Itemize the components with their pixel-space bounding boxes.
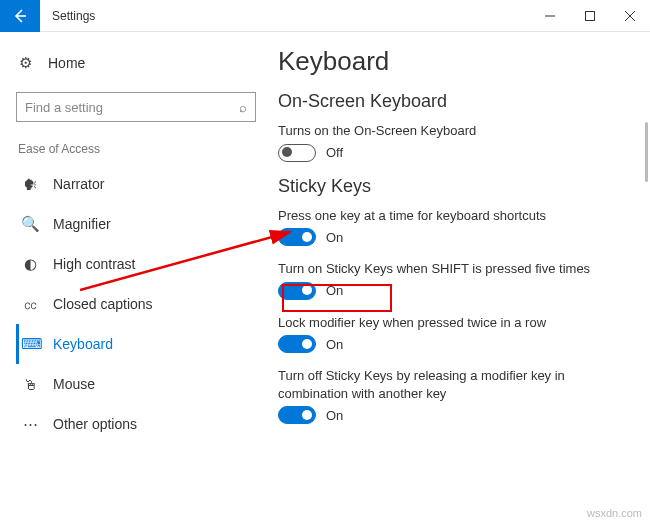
close-icon bbox=[625, 11, 635, 21]
osk-label: Turns on the On-Screen Keyboard bbox=[278, 122, 598, 140]
section-header: Ease of Access bbox=[18, 142, 270, 156]
page-title: Keyboard bbox=[278, 46, 632, 77]
back-button[interactable] bbox=[0, 0, 40, 32]
sidebar-item-label: Keyboard bbox=[53, 336, 113, 352]
sidebar-item-label: Narrator bbox=[53, 176, 104, 192]
main-panel: Keyboard On-Screen Keyboard Turns on the… bbox=[270, 32, 650, 523]
magnifier-icon: 🔍 bbox=[21, 215, 39, 233]
sticky-opt3-toggle[interactable] bbox=[278, 335, 316, 353]
sticky-opt3-label: Lock modifier key when pressed twice in … bbox=[278, 314, 598, 332]
watermark: wsxdn.com bbox=[587, 507, 642, 519]
keyboard-icon: ⌨ bbox=[21, 335, 39, 353]
arrow-left-icon bbox=[12, 8, 28, 24]
sidebar-item-label: Closed captions bbox=[53, 296, 153, 312]
sidebar-item-label: Other options bbox=[53, 416, 137, 432]
sidebar-item-keyboard[interactable]: ⌨ Keyboard bbox=[16, 324, 270, 364]
sticky-opt1-toggle[interactable] bbox=[278, 228, 316, 246]
sidebar-item-other-options[interactable]: ⋯ Other options bbox=[16, 404, 270, 444]
sticky-opt4-state: On bbox=[326, 408, 343, 423]
sidebar-item-mouse[interactable]: 🖱 Mouse bbox=[16, 364, 270, 404]
sidebar-item-closed-captions[interactable]: ㏄ Closed captions bbox=[16, 284, 270, 324]
sidebar-item-label: Magnifier bbox=[53, 216, 111, 232]
sticky-opt1-state: On bbox=[326, 230, 343, 245]
sticky-opt2-state: On bbox=[326, 283, 343, 298]
osk-toggle[interactable] bbox=[278, 144, 316, 162]
home-link[interactable]: ⚙ Home bbox=[16, 50, 270, 76]
sidebar-item-label: High contrast bbox=[53, 256, 135, 272]
maximize-button[interactable] bbox=[570, 0, 610, 31]
search-placeholder: Find a setting bbox=[25, 100, 103, 115]
sticky-opt4-toggle[interactable] bbox=[278, 406, 316, 424]
sticky-opt3-state: On bbox=[326, 337, 343, 352]
sidebar-item-high-contrast[interactable]: ◐ High contrast bbox=[16, 244, 270, 284]
close-button[interactable] bbox=[610, 0, 650, 31]
sticky-opt4-label: Turn off Sticky Keys by releasing a modi… bbox=[278, 367, 598, 402]
titlebar: Settings bbox=[0, 0, 650, 32]
narrator-icon: 🗣 bbox=[21, 176, 39, 193]
maximize-icon bbox=[585, 11, 595, 21]
search-input[interactable]: Find a setting ⌕ bbox=[16, 92, 256, 122]
osk-heading: On-Screen Keyboard bbox=[278, 91, 632, 112]
sticky-opt2-toggle[interactable] bbox=[278, 282, 316, 300]
window-title: Settings bbox=[40, 9, 95, 23]
home-label: Home bbox=[48, 55, 85, 71]
mouse-icon: 🖱 bbox=[21, 376, 39, 393]
minimize-icon bbox=[545, 11, 555, 21]
sidebar-item-magnifier[interactable]: 🔍 Magnifier bbox=[16, 204, 270, 244]
scrollbar[interactable] bbox=[645, 122, 648, 182]
sticky-heading: Sticky Keys bbox=[278, 176, 632, 197]
osk-state: Off bbox=[326, 145, 343, 160]
minimize-button[interactable] bbox=[530, 0, 570, 31]
options-icon: ⋯ bbox=[21, 415, 39, 433]
gear-icon: ⚙ bbox=[16, 54, 34, 72]
sidebar-item-narrator[interactable]: 🗣 Narrator bbox=[16, 164, 270, 204]
sticky-opt1-label: Press one key at a time for keyboard sho… bbox=[278, 207, 598, 225]
sidebar-item-label: Mouse bbox=[53, 376, 95, 392]
sidebar: ⚙ Home Find a setting ⌕ Ease of Access 🗣… bbox=[0, 32, 270, 523]
search-icon: ⌕ bbox=[239, 100, 247, 115]
sticky-opt2-label: Turn on Sticky Keys when SHIFT is presse… bbox=[278, 260, 598, 278]
contrast-icon: ◐ bbox=[21, 255, 39, 273]
captions-icon: ㏄ bbox=[21, 295, 39, 314]
svg-rect-0 bbox=[586, 11, 595, 20]
